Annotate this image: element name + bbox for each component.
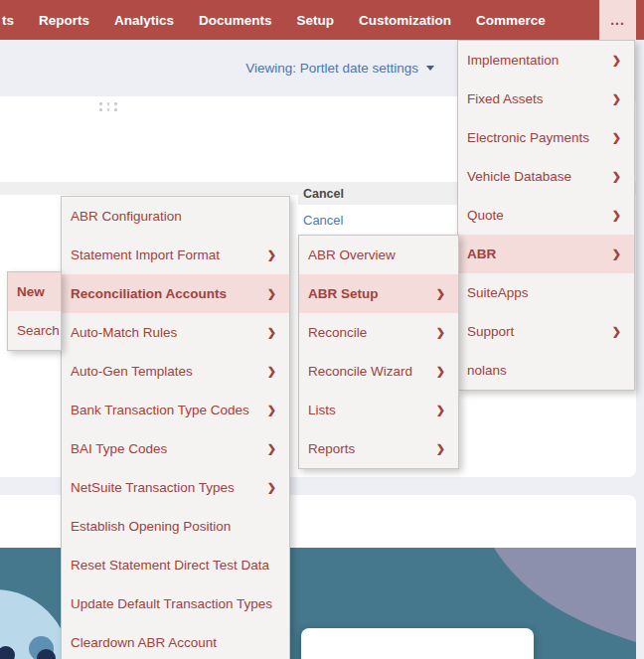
cancel-header: Cancel	[298, 183, 457, 205]
menu-item-label: New	[17, 284, 45, 299]
menu-item-label: ABR Overview	[308, 247, 396, 262]
menu-item-abr-setup[interactable]: ABR Setup❯	[299, 274, 458, 313]
menu-item-label: Cleardown ABR Account	[71, 635, 217, 650]
menu-item-auto-match-rules[interactable]: Auto-Match Rules❯	[62, 313, 289, 352]
menu-item-abr[interactable]: ABR❯	[458, 235, 634, 273]
chevron-right-icon: ❯	[267, 287, 276, 300]
viewing-selector[interactable]: Viewing: Portlet date settings	[245, 40, 434, 96]
menu-item-reports[interactable]: Reports❯	[299, 429, 458, 468]
drag-handle-icon[interactable]	[99, 102, 117, 111]
chevron-right-icon: ❯	[267, 326, 276, 339]
menu-item-bank-transaction-type-codes[interactable]: Bank Transaction Type Codes❯	[62, 391, 289, 429]
menu-item-label: Reconcile	[308, 325, 367, 340]
menu-item-label: Support	[467, 324, 514, 339]
chevron-right-icon: ❯	[612, 54, 621, 67]
menu-item-reconcile[interactable]: Reconcile❯	[299, 313, 458, 352]
menu-item-label: Establish Opening Position	[71, 519, 231, 534]
chevron-right-icon: ❯	[267, 442, 276, 455]
menu-item-vehicle-database[interactable]: Vehicle Database❯	[458, 157, 634, 196]
menu-item-reconciliation-accounts[interactable]: Reconciliation Accounts❯	[62, 274, 289, 313]
menu-item-label: Implementation	[467, 53, 559, 68]
chevron-right-icon: ❯	[612, 209, 621, 222]
chevron-right-icon: ❯	[612, 247, 621, 260]
nav-item-setup[interactable]: Setup	[297, 13, 335, 28]
menu-item-statement-import-format[interactable]: Statement Import Format❯	[62, 236, 289, 274]
menu-item-label: nolans	[467, 363, 507, 378]
menu-item-quote[interactable]: Quote❯	[458, 196, 634, 235]
menu-item-reconcile-wizard[interactable]: Reconcile Wizard❯	[299, 352, 458, 391]
nav-item-ts[interactable]: ts	[2, 13, 14, 28]
chevron-right-icon: ❯	[612, 92, 621, 105]
top-nav: tsReportsAnalyticsDocumentsSetupCustomiz…	[0, 0, 644, 40]
abr-submenu: ABR OverviewABR Setup❯Reconcile❯Reconcil…	[298, 235, 459, 469]
nav-item-reports[interactable]: Reports	[39, 13, 89, 28]
menu-item-bai-type-codes[interactable]: BAI Type Codes❯	[62, 429, 289, 468]
chevron-right-icon: ❯	[267, 248, 276, 261]
menu-item-label: Statement Import Format	[71, 247, 220, 262]
chevron-right-icon: ❯	[267, 481, 276, 494]
menu-item-label: Search	[17, 323, 60, 338]
menu-item-reset-statement-direct-test-data[interactable]: Reset Statement Direct Test Data	[62, 546, 289, 584]
menu-item-label: ABR Setup	[308, 286, 379, 301]
menu-item-support[interactable]: Support❯	[458, 312, 634, 351]
menu-item-label: NetSuite Transaction Types	[71, 480, 235, 495]
nav-overflow-button[interactable]: ...	[599, 0, 636, 40]
nav-item-analytics[interactable]: Analytics	[114, 13, 174, 28]
menu-item-label: Bank Transaction Type Codes	[71, 403, 249, 417]
chevron-right-icon: ❯	[267, 365, 276, 378]
chevron-right-icon: ❯	[436, 326, 445, 339]
menu-item-label: Auto-Match Rules	[71, 325, 177, 340]
menu-item-label: ABR	[467, 247, 496, 261]
menu-item-electronic-payments[interactable]: Electronic Payments❯	[458, 118, 634, 157]
nav-item-documents[interactable]: Documents	[199, 13, 272, 28]
chevron-right-icon: ❯	[436, 442, 445, 455]
abr-setup-submenu: ABR ConfigurationStatement Import Format…	[61, 196, 290, 659]
menu-item-new[interactable]: New	[8, 272, 61, 311]
menu-item-lists[interactable]: Lists❯	[299, 391, 458, 429]
illustration-panel	[301, 628, 534, 659]
menu-item-establish-opening-position[interactable]: Establish Opening Position	[62, 507, 289, 546]
menu-item-label: Auto-Gen Templates	[71, 364, 193, 379]
menu-item-search[interactable]: Search	[8, 311, 61, 350]
dialog-footer: Cancel Cancel	[298, 183, 457, 235]
menu-item-implementation[interactable]: Implementation❯	[458, 41, 634, 80]
menu-item-abr-configuration[interactable]: ABR Configuration	[62, 197, 289, 236]
menu-item-label: Update Default Transaction Types	[71, 596, 272, 611]
chevron-right-icon: ❯	[436, 287, 445, 300]
menu-item-label: BAI Type Codes	[71, 441, 167, 456]
menu-item-label: SuiteApps	[467, 285, 529, 300]
chevron-right-icon: ❯	[436, 404, 445, 416]
cancel-link-row: Cancel	[298, 205, 457, 235]
chevron-right-icon: ❯	[267, 404, 276, 416]
menu-item-nolans[interactable]: nolans	[458, 351, 634, 390]
menu-item-label: Quote	[467, 208, 504, 223]
menu-item-label: Reset Statement Direct Test Data	[71, 558, 269, 573]
nav-items: tsReportsAnalyticsDocumentsSetupCustomiz…	[2, 13, 546, 28]
menu-item-label: ABR Configuration	[71, 209, 182, 224]
menu-item-label: Reports	[308, 441, 355, 456]
menu-item-cleardown-abr-account[interactable]: Cleardown ABR Account	[62, 623, 289, 659]
menu-item-auto-gen-templates[interactable]: Auto-Gen Templates❯	[62, 352, 289, 391]
chevron-right-icon: ❯	[612, 131, 621, 144]
menu-item-label: Electronic Payments	[467, 130, 589, 145]
menu-item-label: Reconciliation Accounts	[71, 286, 227, 301]
menu-item-label: Lists	[308, 403, 336, 417]
menu-item-fixed-assets[interactable]: Fixed Assets❯	[458, 80, 634, 118]
chevron-right-icon: ❯	[436, 365, 445, 378]
commerce-dropdown-menu: Implementation❯Fixed Assets❯Electronic P…	[457, 40, 635, 391]
chevron-right-icon: ❯	[612, 170, 621, 183]
nav-item-commerce[interactable]: Commerce	[476, 13, 546, 28]
menu-item-update-default-transaction-types[interactable]: Update Default Transaction Types	[62, 584, 289, 623]
menu-item-netsuite-transaction-types[interactable]: NetSuite Transaction Types❯	[62, 468, 289, 507]
viewing-label: Viewing: Portlet date settings	[245, 61, 418, 76]
menu-item-abr-overview[interactable]: ABR Overview	[299, 236, 458, 274]
menu-item-label: Vehicle Database	[467, 169, 571, 184]
menu-item-suiteapps[interactable]: SuiteApps	[458, 273, 634, 312]
chevron-right-icon: ❯	[612, 325, 621, 338]
chevron-down-icon	[426, 66, 434, 71]
cancel-link[interactable]: Cancel	[303, 213, 343, 228]
menu-item-label: Reconcile Wizard	[308, 364, 412, 379]
reconciliation-accounts-submenu: NewSearch	[7, 271, 62, 351]
nav-item-customization[interactable]: Customization	[359, 13, 451, 28]
menu-item-label: Fixed Assets	[467, 91, 544, 106]
